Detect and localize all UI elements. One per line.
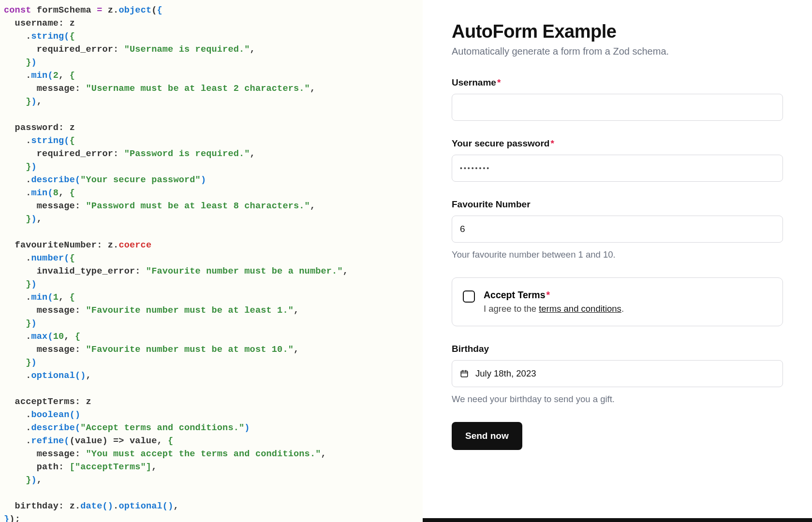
field-username: Username* (452, 77, 783, 121)
bottom-border-bar (423, 518, 812, 522)
label-password: Your secure password* (452, 138, 783, 149)
svg-rect-0 (461, 371, 468, 377)
helper-birthday: We need your birthday to send you a gift… (452, 394, 783, 405)
label-favourite-number: Favourite Number (452, 199, 783, 210)
field-favourite-number: Favourite Number Your favourite number b… (452, 199, 783, 260)
field-birthday: Birthday July 18th, 2023 We need your bi… (452, 344, 783, 405)
calendar-icon (460, 369, 469, 378)
code-var-formschema: formSchema (37, 5, 91, 15)
password-mask: •••••••• (460, 164, 490, 172)
label-username: Username* (452, 77, 783, 88)
label-birthday: Birthday (452, 344, 783, 354)
page-title: AutoForm Example (452, 21, 783, 42)
accept-terms-checkbox[interactable] (463, 290, 475, 303)
required-asterisk: * (497, 77, 501, 87)
birthday-value: July 18th, 2023 (475, 368, 536, 379)
code-editor[interactable]: const formSchema = z.object({ username: … (0, 0, 423, 522)
field-accept-terms: Accept Terms* I agree to the terms and c… (452, 277, 783, 326)
field-password: Your secure password* •••••••• (452, 138, 783, 182)
terms-link[interactable]: terms and conditions (539, 304, 621, 314)
form-preview: AutoForm Example Automatically generate … (423, 0, 812, 522)
submit-button[interactable]: Send now (452, 422, 522, 450)
favourite-number-input[interactable] (452, 216, 783, 243)
helper-favourite-number: Your favourite number between 1 and 10. (452, 249, 783, 260)
birthday-date-picker[interactable]: July 18th, 2023 (452, 360, 783, 387)
accept-terms-description: I agree to the terms and conditions. (484, 304, 624, 314)
page-subtitle: Automatically generate a form from a Zod… (452, 46, 783, 57)
password-input[interactable]: •••••••• (452, 155, 783, 182)
label-accept-terms: Accept Terms* (484, 290, 624, 301)
required-asterisk: * (550, 138, 554, 148)
username-input[interactable] (452, 94, 783, 121)
required-asterisk: * (546, 290, 550, 300)
